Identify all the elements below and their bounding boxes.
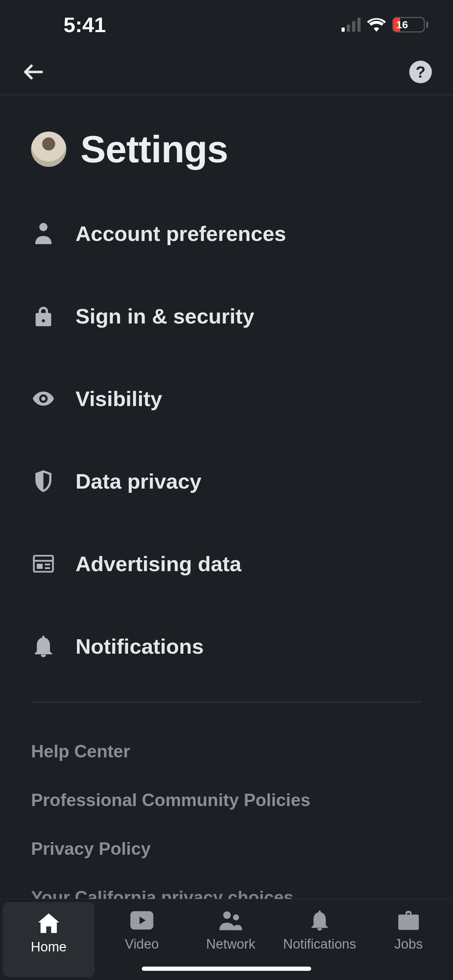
cellular-signal-icon <box>342 18 361 32</box>
link-california-privacy[interactable]: Your California privacy choices <box>31 873 422 901</box>
settings-item-label: Notifications <box>75 634 203 659</box>
video-icon <box>130 909 154 932</box>
settings-item-visibility[interactable]: Visibility <box>31 357 422 440</box>
help-button[interactable]: ? <box>409 60 432 83</box>
wifi-icon <box>367 18 386 32</box>
svg-point-8 <box>233 915 239 920</box>
settings-item-label: Account preferences <box>75 221 286 246</box>
battery-icon: 16 <box>392 17 428 32</box>
bell-icon <box>310 909 329 932</box>
bell-icon <box>31 635 56 657</box>
eye-icon <box>31 391 56 406</box>
news-icon <box>31 555 56 573</box>
person-icon <box>31 223 56 244</box>
tab-label: Jobs <box>394 937 423 952</box>
lock-icon <box>31 305 56 327</box>
avatar[interactable] <box>31 132 66 167</box>
link-privacy-policy[interactable]: Privacy Policy <box>31 824 422 873</box>
tab-label: Video <box>125 937 159 952</box>
tab-label: Home <box>31 939 66 955</box>
link-help-center[interactable]: Help Center <box>31 727 422 776</box>
page-title: Settings <box>80 127 228 171</box>
status-bar: 5:41 16 <box>0 0 453 49</box>
settings-item-sign-in-security[interactable]: Sign in & security <box>31 275 422 357</box>
home-icon <box>38 912 59 934</box>
settings-list: Account preferences Sign in & security V… <box>0 192 453 702</box>
tab-jobs[interactable]: Jobs <box>364 899 453 980</box>
tab-home[interactable]: Home <box>3 902 95 977</box>
shield-icon <box>31 470 56 492</box>
tab-bar: Home Video Network Notifications Jobs <box>0 899 453 980</box>
settings-item-account-preferences[interactable]: Account preferences <box>31 192 422 275</box>
settings-item-label: Sign in & security <box>75 304 254 328</box>
settings-item-label: Visibility <box>75 387 162 411</box>
link-community-policies[interactable]: Professional Community Policies <box>31 776 422 824</box>
svg-point-7 <box>223 911 231 919</box>
svg-rect-2 <box>37 564 43 569</box>
jobs-icon <box>398 909 419 932</box>
settings-item-label: Advertising data <box>75 552 241 576</box>
secondary-links: Help Center Professional Community Polic… <box>0 702 453 901</box>
tab-label: Notifications <box>283 937 356 952</box>
battery-percent: 16 <box>396 19 408 31</box>
network-icon <box>219 909 242 932</box>
home-indicator <box>142 967 311 971</box>
back-button[interactable] <box>21 60 46 84</box>
status-time: 5:41 <box>64 13 106 37</box>
svg-point-0 <box>39 223 47 231</box>
nav-bar: ? <box>0 49 453 95</box>
settings-item-data-privacy[interactable]: Data privacy <box>31 440 422 522</box>
svg-rect-1 <box>34 555 53 572</box>
settings-item-notifications[interactable]: Notifications <box>31 605 422 687</box>
page-header: Settings <box>0 95 453 192</box>
settings-item-label: Data privacy <box>75 469 202 493</box>
status-indicators: 16 <box>342 17 428 32</box>
tab-label: Network <box>206 937 255 952</box>
settings-item-advertising-data[interactable]: Advertising data <box>31 522 422 605</box>
help-icon: ? <box>416 62 426 81</box>
